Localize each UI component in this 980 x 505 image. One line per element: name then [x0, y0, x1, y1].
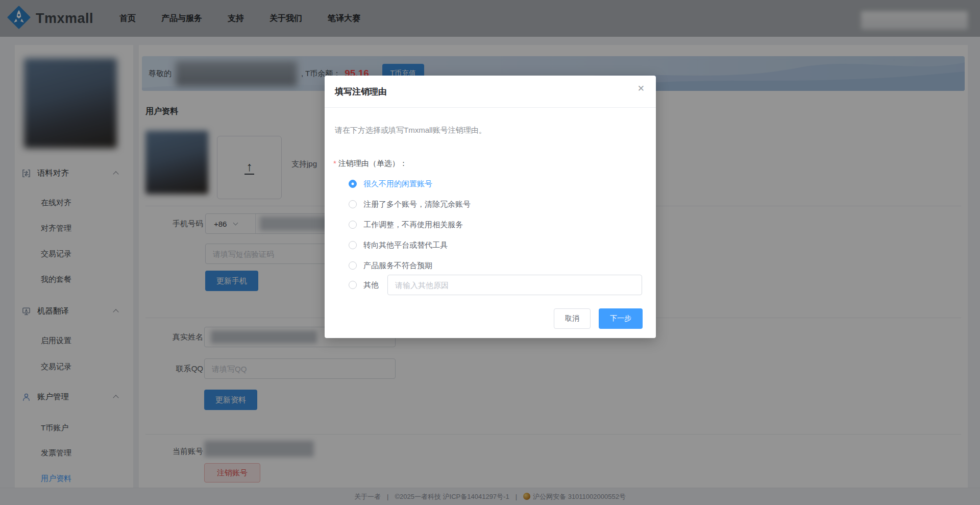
page: Tmxmall 首页 产品与服务 支持 关于我们 笔译大赛 语料对齐 在线对齐	[0, 0, 980, 505]
radio-label: 很久不用的闲置账号	[363, 179, 432, 189]
radio-icon	[349, 281, 357, 289]
modal-header-divider	[325, 107, 656, 108]
reason-field-label: *注销理由（单选）：	[333, 158, 407, 169]
required-mark: *	[333, 159, 336, 167]
radio-icon	[349, 241, 357, 249]
reason-option-other[interactable]: 其他	[349, 275, 379, 295]
radio-icon	[349, 180, 357, 188]
radio-label: 注册了多个账号，清除冗余账号	[363, 200, 471, 209]
radio-label: 产品服务不符合预期	[363, 261, 432, 271]
radio-icon	[349, 200, 357, 208]
reason-option-job-change[interactable]: 工作调整，不再使用相关服务	[349, 214, 463, 235]
radio-label: 转向其他平台或替代工具	[363, 241, 448, 250]
close-icon[interactable]: ✕	[638, 84, 645, 93]
radio-label: 其他	[363, 280, 379, 290]
reason-option-idle-account[interactable]: 很久不用的闲置账号	[349, 174, 432, 194]
reason-option-not-meet-expectation[interactable]: 产品服务不符合预期	[349, 255, 432, 276]
modal-cancel-button[interactable]: 取消	[554, 308, 591, 329]
cancel-account-modal: 填写注销理由 ✕ 请在下方选择或填写Tmxmall账号注销理由。 *注销理由（单…	[325, 76, 656, 338]
radio-label: 工作调整，不再使用相关服务	[363, 220, 463, 230]
reason-option-switch-platform[interactable]: 转向其他平台或替代工具	[349, 235, 448, 255]
modal-title: 填写注销理由	[335, 86, 387, 98]
modal-next-button[interactable]: 下一步	[599, 308, 643, 329]
reason-option-multiple-accounts[interactable]: 注册了多个账号，清除冗余账号	[349, 194, 471, 214]
radio-icon	[349, 221, 357, 229]
radio-icon	[349, 261, 357, 270]
reason-field-label-text: 注销理由（单选）：	[338, 159, 407, 167]
modal-description: 请在下方选择或填写Tmxmall账号注销理由。	[335, 125, 486, 135]
other-reason-input[interactable]	[387, 275, 642, 295]
